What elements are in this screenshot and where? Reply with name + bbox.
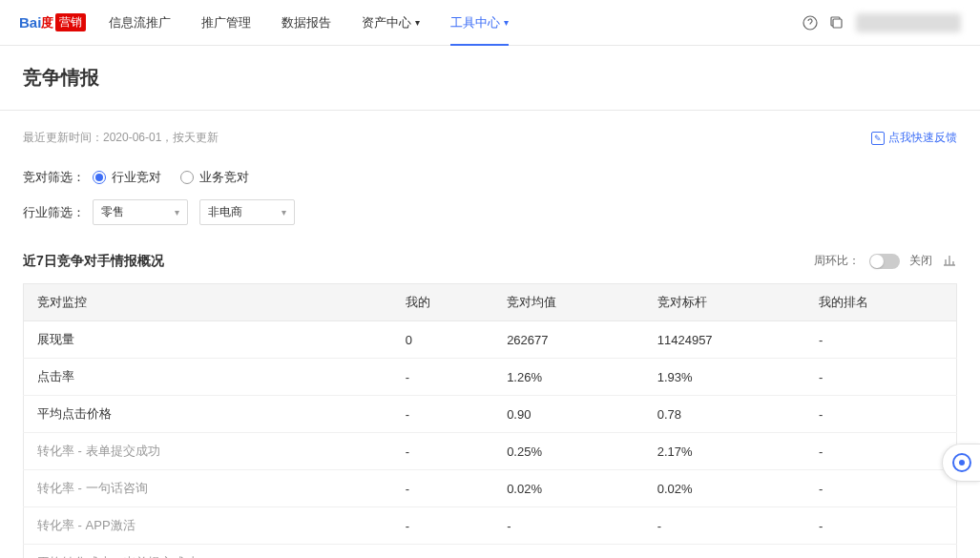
table-header-3: 竞对标杆: [644, 284, 805, 321]
floating-chat-button[interactable]: [942, 444, 980, 482]
radio-label: 行业竞对: [112, 169, 161, 186]
compete-filter-row: 竞对筛选： 行业竞对 业务竞对: [23, 169, 957, 186]
industry-filter-label: 行业筛选：: [23, 204, 85, 221]
radio-business-compete[interactable]: 业务竞对: [180, 169, 249, 186]
table-header-4: 我的排名: [805, 284, 957, 321]
page-content: 竞争情报 最近更新时间：2020-06-01，按天更新 ✎ 点我快速反馈 竞对筛…: [0, 46, 980, 558]
table-cell: 0: [392, 321, 493, 359]
table-cell: 展现量: [24, 321, 392, 359]
table-header-1: 我的: [392, 284, 493, 321]
table-row: 转化率 - 一句话咨询-0.02%0.02%-: [24, 470, 957, 507]
divider: [0, 110, 980, 111]
svg-rect-1: [833, 19, 842, 28]
top-header: Bai 度 营销 信息流推广推广管理数据报告资产中心▾工具中心▾: [0, 0, 980, 46]
table-header-row: 竞对监控我的竞对均值竞对标杆我的排名: [24, 284, 957, 321]
nav-item-4[interactable]: 工具中心▾: [435, 0, 524, 46]
main-nav: 信息流推广推广管理数据报告资产中心▾工具中心▾: [94, 0, 803, 46]
intel-table: 竞对监控我的竞对均值竞对标杆我的排名 展现量026267711424957-点击…: [23, 283, 957, 558]
table-row: 平均转化成本 - 表单提交成功-282.4932.75-: [24, 545, 957, 559]
table-cell: 0.78: [644, 396, 805, 433]
chevron-down-icon: ▾: [281, 207, 286, 217]
radio-industry-compete[interactable]: 行业竞对: [93, 169, 161, 186]
table-cell: 0.90: [493, 396, 644, 433]
copy-icon[interactable]: [829, 15, 844, 31]
logo-badge: 营销: [55, 13, 86, 31]
table-row: 转化率 - APP激活----: [24, 507, 957, 545]
toggle-knob: [870, 255, 884, 268]
feedback-link[interactable]: ✎ 点我快速反馈: [871, 130, 957, 146]
logo[interactable]: Bai 度 营销: [19, 13, 86, 31]
section-controls: 周环比： 关闭: [814, 252, 957, 270]
help-icon[interactable]: [803, 15, 818, 31]
table-row: 展现量026267711424957-: [24, 321, 957, 359]
table-row: 平均点击价格-0.900.78-: [24, 396, 957, 433]
toggle-status-label: 关闭: [909, 253, 932, 269]
table-cell: -: [805, 433, 957, 470]
table-cell: 262677: [493, 321, 644, 359]
table-cell: -: [392, 507, 493, 545]
bar-chart-icon[interactable]: [942, 252, 957, 270]
table-row: 转化率 - 表单提交成功-0.25%2.17%-: [24, 433, 957, 470]
table-cell: 1.26%: [493, 359, 644, 396]
nav-item-1[interactable]: 推广管理: [186, 0, 266, 46]
table-row: 点击率-1.26%1.93%-: [24, 359, 957, 396]
nav-label: 信息流推广: [109, 14, 171, 31]
week-compare-toggle[interactable]: [869, 254, 900, 269]
table-cell: 2.17%: [644, 433, 805, 470]
nav-item-0[interactable]: 信息流推广: [94, 0, 186, 46]
table-header-2: 竞对均值: [493, 284, 644, 321]
radio-label: 业务竞对: [199, 169, 249, 186]
table-cell: -: [392, 470, 493, 507]
table-cell: 0.02%: [644, 470, 805, 507]
table-cell: -: [493, 507, 644, 545]
nav-item-3[interactable]: 资产中心▾: [346, 0, 435, 46]
industry-select-2[interactable]: 非电商 ▾: [199, 199, 295, 225]
table-cell: -: [805, 545, 957, 559]
compete-radio-group: 行业竞对 业务竞对: [93, 169, 249, 186]
table-head: 竞对监控我的竞对均值竞对标杆我的排名: [24, 284, 957, 321]
table-cell: -: [805, 507, 957, 545]
logo-part1: Bai: [19, 14, 41, 31]
logo-glyph: 度: [41, 14, 53, 31]
nav-label: 工具中心: [450, 14, 500, 31]
section-title: 近7日竞争对手情报概况: [23, 253, 164, 270]
section-header: 近7日竞争对手情报概况 周环比： 关闭: [23, 252, 957, 270]
table-cell: 平均点击价格: [24, 396, 392, 433]
feedback-label: 点我快速反馈: [888, 130, 957, 146]
last-updated-text: 最近更新时间：2020-06-01，按天更新: [23, 130, 219, 146]
industry-select-group: 零售 ▾ 非电商 ▾: [93, 199, 295, 225]
select-value: 零售: [101, 204, 124, 220]
select-value: 非电商: [208, 204, 242, 220]
table-cell: 32.75: [644, 545, 805, 559]
table-body: 展现量026267711424957-点击率-1.26%1.93%-平均点击价格…: [24, 321, 957, 559]
table-cell: -: [805, 321, 957, 359]
table-cell: 0.25%: [493, 433, 644, 470]
table-cell: -: [392, 433, 493, 470]
user-info-redacted: [856, 13, 961, 32]
nav-label: 资产中心: [362, 14, 411, 31]
radio-circle-icon: [180, 171, 194, 184]
nav-label: 推广管理: [201, 14, 251, 31]
table-cell: -: [392, 396, 493, 433]
compete-filter-label: 竞对筛选：: [23, 169, 85, 186]
table-cell: 转化率 - 表单提交成功: [24, 433, 392, 470]
nav-item-2[interactable]: 数据报告: [266, 0, 346, 46]
toggle-prefix-label: 周环比：: [814, 253, 860, 269]
meta-row: 最近更新时间：2020-06-01，按天更新 ✎ 点我快速反馈: [23, 130, 957, 146]
table-cell: -: [644, 507, 805, 545]
chat-bubble-icon: [952, 453, 971, 472]
table-cell: 282.49: [493, 545, 644, 559]
table-cell: 平均转化成本 - 表单提交成功: [24, 545, 392, 559]
table-cell: 转化率 - 一句话咨询: [24, 470, 392, 507]
industry-filter-row: 行业筛选： 零售 ▾ 非电商 ▾: [23, 199, 957, 225]
chevron-down-icon: ▾: [415, 17, 420, 28]
table-cell: 0.02%: [493, 470, 644, 507]
table-cell: -: [805, 359, 957, 396]
chevron-down-icon: ▾: [175, 207, 179, 217]
table-cell: -: [392, 359, 493, 396]
industry-select-1[interactable]: 零售 ▾: [93, 199, 188, 225]
table-cell: 1.93%: [644, 359, 805, 396]
feedback-icon: ✎: [871, 132, 885, 145]
radio-circle-icon: [93, 171, 106, 184]
page-title: 竞争情报: [23, 65, 957, 91]
